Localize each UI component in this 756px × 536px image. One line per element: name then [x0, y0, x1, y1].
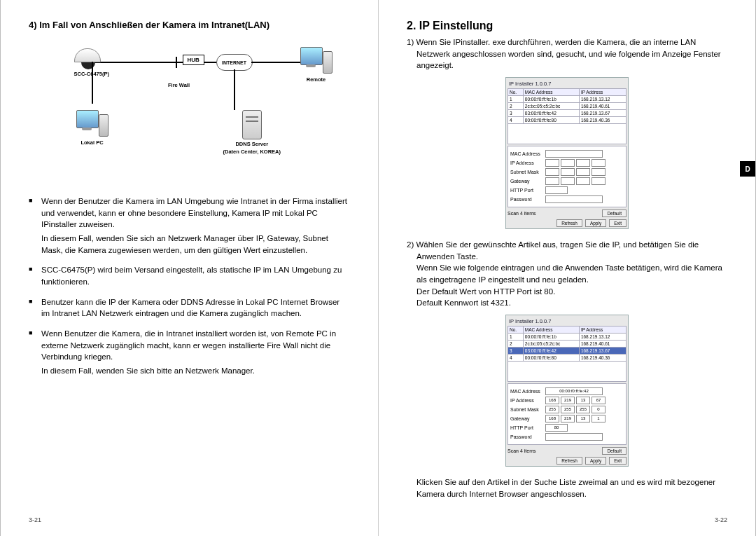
footnote: Klicken Sie auf den Artikel in der Suche… [416, 476, 727, 500]
table-row: 400:00:f0:ff:fe:80168.219.40.36 [508, 117, 626, 124]
table-row: 100:00:f0:ff:fe:1b168.219.13.12 [508, 334, 626, 341]
firewall-label: Fire Wall [162, 83, 197, 88]
paragraph-2: Wählen Sie der gewünschte Artikel aus, t… [407, 239, 727, 309]
bullet-list: Wenn der Benutzer die Kamera im LAN Umge… [29, 195, 350, 377]
internet-cloud-icon: INTERNET [216, 54, 253, 71]
list-item: SCC-C6475(P) wird beim Versand eingestel… [29, 264, 350, 287]
ddns-label-1: DDNS Server [223, 142, 281, 147]
table-row: 303:00:f0:ff:fe:42168.219.13.67 [508, 348, 626, 355]
apply-button[interactable]: Apply [585, 457, 606, 465]
table-row: 303:00:f0:ff:fe:42168.219.13.67 [508, 110, 626, 117]
remote-pc-icon [300, 47, 332, 75]
table-row: 22c:bc:05:c5:2c:bc168.219.40.61 [508, 103, 626, 110]
server-icon [242, 110, 262, 139]
scan-status: Scan 4 items [507, 448, 536, 453]
ip-installer-screenshot-1: IP Installer 1.0.0.7 No. MAC Address IP … [505, 77, 629, 229]
list-item: Wenn Benutzer die Kamera, die in Intrane… [29, 328, 350, 377]
local-pc-icon [76, 110, 108, 138]
page-right: 2. IP Einstellung Wenn Sie IPinstaller. … [378, 0, 756, 536]
list-item: Benutzer kann die IP der Kamera oder DDN… [29, 296, 350, 319]
refresh-button[interactable]: Refresh [556, 219, 582, 227]
remote-label: Remote [300, 77, 332, 83]
table-row: 22c:bc:05:c5:2c:bc168.219.40.61 [508, 341, 626, 348]
table-row: 400:00:f0:ff:fe:80168.219.40.36 [508, 355, 626, 362]
hub-label: HUB [183, 55, 204, 65]
page-left: 4) Im Fall von Anschließen der Kamera im… [0, 0, 378, 536]
local-pc-label: Lokal PC [76, 140, 108, 146]
refresh-button[interactable]: Refresh [556, 457, 582, 465]
window-title: IP Installer 1.0.0.7 [507, 79, 626, 88]
section-tab: D [740, 161, 755, 177]
scan-status: Scan 4 items [507, 211, 536, 216]
page-number: 3-21 [29, 516, 41, 523]
default-button[interactable]: Default [602, 209, 626, 217]
device-table: No. MAC Address IP Address 100:00:f0:ff:… [507, 326, 626, 382]
window-title: IP Installer 1.0.0.7 [507, 317, 626, 326]
paragraph-1: Wenn Sie IPinstaller. exe durchführen, w… [407, 36, 727, 71]
page-number: 3-22 [715, 516, 727, 523]
apply-button[interactable]: Apply [585, 219, 606, 227]
ip-installer-screenshot-2: IP Installer 1.0.0.7 No. MAC Address IP … [505, 315, 629, 467]
section-heading: 2. IP Einstellung [407, 20, 727, 32]
camera-icon [74, 48, 102, 69]
ddns-label-2: (Daten Center, KOREA) [223, 149, 281, 155]
exit-button[interactable]: Exit [609, 219, 626, 227]
table-row: 100:00:f0:ff:fe:1b168.219.13.12 [508, 96, 626, 103]
network-diagram: HUB Fire Wall SCC-C6475(P) Lokal PC INTE… [50, 40, 330, 180]
list-item: Wenn der Benutzer die Kamera im LAN Umge… [29, 195, 350, 256]
section-heading: 4) Im Fall von Anschließen der Kamera im… [29, 20, 350, 30]
exit-button[interactable]: Exit [609, 457, 626, 465]
device-table: No. MAC Address IP Address 100:00:f0:ff:… [507, 88, 626, 144]
default-button[interactable]: Default [602, 447, 626, 455]
